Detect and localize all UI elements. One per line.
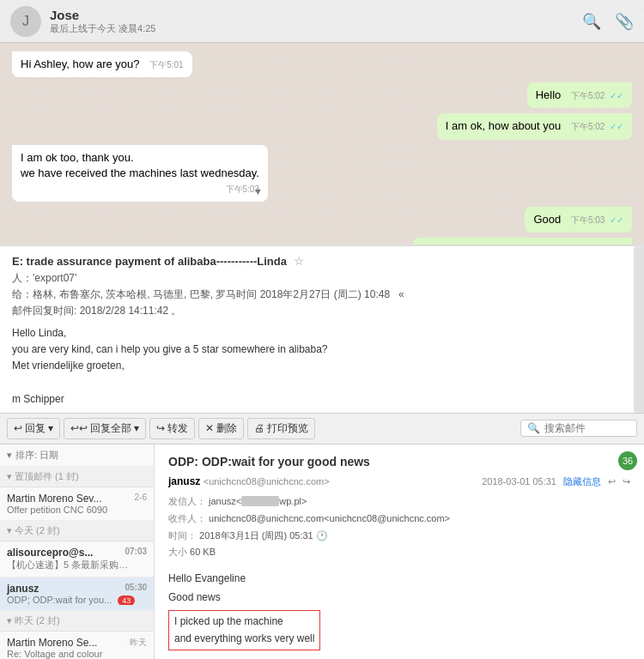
forward-button[interactable]: ↪ 转发	[149, 418, 195, 439]
reply-all-icon: ↩↩	[70, 422, 88, 434]
contact-status: 最后上线于今天 凌晨4:25	[50, 22, 582, 35]
email-snippet: E: trade assurance payment of alibaba---…	[0, 245, 644, 413]
ol-body: ▾ 排序: 日期 ▾ 置顶邮件 (1 封) Martin Moreno Sev.…	[0, 444, 644, 659]
highlighted-text: I picked up the machineand everything wo…	[168, 610, 320, 650]
message-in-1: Hi Ashley, how are you? 下午5:01	[12, 51, 192, 77]
list-item[interactable]: Martin Moreno Se... 昨天 Re: Voltage and c…	[0, 632, 154, 659]
detail-fields: 发信人： janusz<xxxxxxxxwp.pl> 收件人： unichcnc…	[168, 493, 630, 561]
email-from: 人：'export07'	[12, 271, 627, 286]
detail-sender-row: janusz <unichcnc08@unichcnc.com> 2018-03…	[168, 475, 630, 488]
email-star[interactable]: ☆	[294, 255, 304, 268]
reply-icon-detail[interactable]: ↩	[608, 476, 616, 487]
list-item[interactable]: Martin Moreno Sev... 2-6 Offer petition …	[0, 487, 154, 521]
search-icon[interactable]: 🔍	[582, 12, 601, 31]
reply-icon: ↩	[14, 422, 22, 434]
email-date: 邮件回复时间: 2018/2/28 14:11:42 。	[12, 304, 627, 318]
print-button[interactable]: 🖨 打印预览	[247, 418, 315, 439]
list-item-active[interactable]: janusz 05:30 ODP; ODP:wait for you... 43	[0, 577, 154, 611]
email-scrollbar[interactable]	[634, 246, 639, 413]
search-box[interactable]: 🔍	[520, 420, 637, 437]
avatar: J	[10, 6, 41, 37]
sort-header[interactable]: ▾ 排序: 日期	[0, 444, 154, 467]
email-subject: E: trade assurance payment of alibaba---…	[12, 255, 627, 268]
wa-messages: Hi Ashley, how are you? 下午5:01 Hello 下午5…	[0, 43, 644, 245]
message-out-2: Hello 下午5:02 ✓✓	[527, 82, 632, 108]
email-to: 给：格林, 布鲁塞尔, 茨本哈根, 马德里, 巴黎, 罗马时间 2018年2月2…	[12, 287, 627, 302]
attachment-icon[interactable]: 📎	[615, 12, 634, 31]
print-icon: 🖨	[254, 422, 264, 434]
wa-header: J Jose 最后上线于今天 凌晨4:25 🔍 📎	[0, 0, 644, 43]
ol-toolbar: ↩ 回复 ▾ ↩↩ 回复全部 ▾ ↪ 转发 ✕ 删除 🖨 打印预览 🔍	[0, 414, 644, 444]
ol-detail-pane: 36 ODP: ODP:wait for your good news ☆ ja…	[155, 444, 644, 659]
outlook-panel: ↩ 回复 ▾ ↩↩ 回复全部 ▾ ↪ 转发 ✕ 删除 🖨 打印预览 🔍	[0, 413, 644, 659]
forward-icon-detail[interactable]: ↪	[623, 476, 630, 487]
contact-info: Jose 最后上线于今天 凌晨4:25	[50, 8, 582, 35]
forward-icon: ↪	[156, 422, 165, 434]
delete-icon: ✕	[205, 422, 214, 434]
message-out-5: Good 下午5:03 ✓✓	[525, 207, 632, 233]
search-icon: 🔍	[527, 422, 540, 434]
contact-name: Jose	[50, 8, 582, 22]
search-input[interactable]	[544, 422, 630, 434]
whatsapp-panel: J Jose 最后上线于今天 凌晨4:25 🔍 📎 Hi Ashley, how…	[0, 0, 644, 245]
hide-info-link[interactable]: 隐藏信息	[563, 475, 601, 488]
sort-chevron: ▾	[7, 450, 12, 461]
message-out-3: I am ok, how about you 下午5:02 ✓✓	[437, 113, 632, 139]
wa-header-icons: 🔍 📎	[582, 12, 634, 31]
delete-button[interactable]: ✕ 删除	[198, 418, 244, 439]
detail-subject: ODP: ODP:wait for your good news	[168, 455, 370, 469]
ol-sidebar: ▾ 排序: 日期 ▾ 置顶邮件 (1 封) Martin Moreno Sev.…	[0, 444, 155, 659]
reply-all-chevron: ▾	[134, 422, 139, 434]
group-today-label: ▾ 今天 (2 封)	[0, 521, 154, 541]
reply-chevron: ▾	[48, 422, 53, 434]
detail-body: Hello Evangeline Good news I picked up t…	[168, 570, 630, 659]
reply-button[interactable]: ↩ 回复 ▾	[7, 418, 60, 439]
group-yesterday-label: ▾ 昨天 (2 封)	[0, 611, 154, 632]
detail-sender: janusz <unichcnc08@unichcnc.com>	[168, 475, 330, 487]
reply-all-button[interactable]: ↩↩ 回复全部 ▾	[64, 418, 146, 439]
message-in-4: I am ok too, thank you.we have received …	[12, 145, 268, 203]
group-pinned-label: ▾ 置顶邮件 (1 封)	[0, 467, 154, 487]
unread-badge: 36	[618, 451, 637, 470]
message-out-6: How is the machine working 下午5:03 ✓✓	[413, 238, 632, 245]
email-body: Hello Linda, you are very kind, can i he…	[12, 325, 627, 408]
list-item[interactable]: alisourcepro@s... 07:03 【机心速递】5 条最新采购需……	[0, 541, 154, 577]
detail-header: ODP: ODP:wait for your good news ☆	[168, 455, 630, 469]
